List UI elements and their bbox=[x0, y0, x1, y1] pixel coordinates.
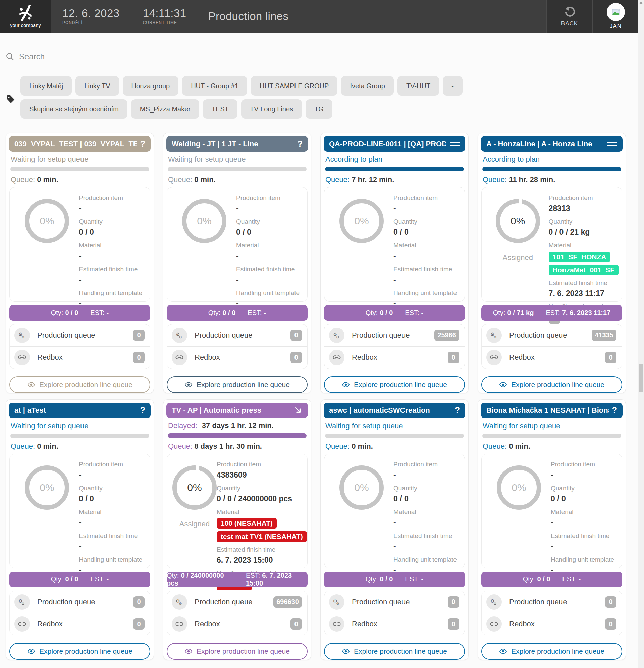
status-progress-bar bbox=[10, 167, 149, 172]
queue-row-redbox[interactable]: Redbox0 bbox=[324, 346, 465, 368]
queue-row-redbox[interactable]: Redbox0 bbox=[10, 346, 150, 368]
gears-icon: ⚙⚙ bbox=[332, 597, 341, 606]
queue-row-production-queue[interactable]: ⚙⚙Production queue25966 bbox=[324, 324, 465, 346]
queue-row-redbox[interactable]: Redbox0 bbox=[482, 346, 622, 368]
queue-row-production-queue[interactable]: ⚙⚙Production queue0 bbox=[10, 324, 150, 346]
queue-time-line: Queue:0 min. bbox=[168, 176, 306, 184]
count-badge: 25966 bbox=[434, 330, 459, 341]
queue-row-redbox[interactable]: Redbox0 bbox=[167, 346, 307, 368]
field-label: Handling unit template bbox=[79, 556, 147, 563]
help-icon[interactable]: ? bbox=[612, 406, 617, 415]
card-header[interactable]: Biona Míchačka 1 NESAHAT | Biona - Míc..… bbox=[481, 403, 623, 418]
explore-queue-button[interactable]: Explore production line queue bbox=[324, 643, 465, 659]
status-label: According to plan bbox=[483, 155, 540, 164]
queue-row-label: Redbox bbox=[195, 620, 283, 628]
fields-column: Production item4383609Quantity0 / 0 / 24… bbox=[217, 461, 307, 565]
card-header[interactable]: Welding - JT | 1 JT - Line? bbox=[166, 136, 308, 152]
tag-chip[interactable]: TEST bbox=[203, 99, 238, 119]
gears-icon: ⚙⚙ bbox=[490, 597, 498, 606]
est-summary: EST:- bbox=[248, 309, 266, 317]
card-header[interactable]: TV - AP | Automatic press bbox=[166, 403, 308, 418]
queue-row-production-queue[interactable]: ⚙⚙Production queue0 bbox=[482, 591, 622, 613]
fields-column: Production item28313Quantity0 / 0 / 21 k… bbox=[549, 194, 618, 298]
queue-label: Queue: bbox=[325, 442, 349, 450]
eye-icon bbox=[499, 647, 507, 655]
help-icon[interactable]: ? bbox=[140, 406, 145, 415]
tag-chip[interactable]: Honza group bbox=[123, 76, 179, 95]
queue-row-production-queue[interactable]: ⚙⚙Production queue0 bbox=[10, 591, 150, 613]
qty-summary-bar: Qty:0 / 0EST:- bbox=[481, 572, 622, 587]
queue-label: Queue: bbox=[483, 176, 507, 184]
qty-summary-bar: Qty:0 / 0EST:- bbox=[167, 305, 308, 321]
redbox-icon-circle bbox=[14, 350, 30, 365]
card-header[interactable]: at | aTest? bbox=[9, 403, 151, 418]
production-line-card: QA-PROD-LINE-0011 | [QA] PROD. LINE ...A… bbox=[320, 133, 468, 393]
tag-chip[interactable]: Linky TV bbox=[75, 76, 119, 95]
queue-label: Queue: bbox=[168, 442, 192, 450]
card-header[interactable]: QA-PROD-LINE-0011 | [QA] PROD. LINE ... bbox=[324, 136, 465, 152]
help-icon[interactable]: ? bbox=[298, 139, 302, 149]
queue-time-line: Queue:8 days 1 hr. 30 min. bbox=[168, 442, 306, 451]
app-header: your company 12. 6. 2023 PONDĚLÍ 14:11:3… bbox=[0, 0, 644, 32]
explore-queue-button[interactable]: Explore production line queue bbox=[481, 643, 622, 659]
vertical-scrollbar[interactable] bbox=[638, 0, 644, 668]
tag-chip[interactable]: HUT SAMPLE GROUP bbox=[251, 76, 338, 95]
card-header[interactable]: A - HonzaLine | A - Honza Line bbox=[481, 136, 623, 152]
explore-queue-button[interactable]: Explore production line queue bbox=[481, 376, 622, 393]
explore-queue-button[interactable]: Explore production line queue bbox=[167, 376, 308, 393]
field-estimated-finish: Estimated finish time7. 6. 2023 11:17 bbox=[549, 279, 618, 303]
field-production-item: Production item- bbox=[393, 194, 461, 218]
tag-chip[interactable]: TV-HUT bbox=[398, 76, 439, 95]
menu-icon[interactable] bbox=[450, 141, 460, 146]
back-button[interactable]: BACK bbox=[546, 0, 592, 32]
tag-chip[interactable]: HUT - Group #1 bbox=[182, 76, 247, 95]
count-badge: 41335 bbox=[592, 330, 616, 341]
tag-chip[interactable]: MS_Pizza Maker bbox=[131, 99, 199, 119]
explore-queue-button[interactable]: Explore production line queue bbox=[10, 376, 150, 393]
queue-row-redbox[interactable]: Redbox0 bbox=[324, 613, 465, 635]
explore-queue-button[interactable]: Explore production line queue bbox=[10, 643, 150, 659]
qty-summary-value: 0 / 0 bbox=[537, 575, 550, 583]
tag-chip[interactable]: TG bbox=[305, 99, 332, 119]
field-value: - bbox=[393, 470, 461, 480]
queue-row-redbox[interactable]: Redbox0 bbox=[482, 613, 622, 635]
queue-row-production-queue[interactable]: ⚙⚙Production queue0 bbox=[167, 324, 307, 346]
scrollbar-up-arrow[interactable] bbox=[639, 1, 643, 4]
count-badge: 0 bbox=[133, 596, 145, 608]
count-badge: 0 bbox=[605, 352, 616, 363]
queue-row-redbox[interactable]: Redbox0 bbox=[10, 613, 150, 635]
card-header[interactable]: 039_VYPAL_TEST | 039_VYPAL_TEST? bbox=[9, 136, 151, 152]
tag-chip[interactable]: Iveta Group bbox=[341, 76, 394, 95]
tag-chip[interactable]: - bbox=[443, 76, 463, 95]
scrollbar-thumb[interactable] bbox=[639, 364, 643, 392]
help-icon[interactable]: ? bbox=[140, 139, 145, 149]
queue-row-production-queue[interactable]: ⚙⚙Production queue41335 bbox=[482, 324, 622, 346]
production-queue-icon-circle: ⚙⚙ bbox=[329, 594, 344, 610]
queue-row-label: Production queue bbox=[37, 331, 126, 340]
explore-queue-button[interactable]: Explore production line queue bbox=[167, 643, 308, 659]
queue-rows-panel: ⚙⚙Production queue0Redbox0 bbox=[10, 591, 150, 636]
search-input[interactable] bbox=[19, 52, 147, 61]
menu-icon[interactable] bbox=[607, 141, 617, 146]
queue-row-production-queue[interactable]: ⚙⚙Production queue696630 bbox=[167, 591, 307, 613]
company-logo: your company bbox=[0, 0, 51, 32]
field-quantity: Quantity0 / 0 bbox=[79, 485, 147, 508]
card-title: at | aTest bbox=[14, 406, 137, 415]
tag-chip[interactable]: Skupina se stejným oceněním bbox=[20, 99, 128, 119]
tag-chip[interactable]: TV Long Lines bbox=[241, 99, 302, 119]
queue-row-production-queue[interactable]: ⚙⚙Production queue0 bbox=[324, 591, 465, 613]
queue-row-label: Redbox bbox=[509, 620, 598, 628]
time-block: 14:11:31 CURRENT TIME bbox=[132, 0, 198, 32]
production-queue-icon-circle: ⚙⚙ bbox=[329, 328, 344, 343]
status-line: Waiting for setup queue bbox=[483, 422, 621, 430]
help-icon[interactable]: ? bbox=[455, 406, 460, 415]
count-badge: 0 bbox=[605, 596, 616, 608]
queue-row-redbox[interactable]: Redbox0 bbox=[167, 613, 307, 635]
explore-queue-button[interactable]: Explore production line queue bbox=[324, 376, 465, 393]
field-value: - bbox=[393, 275, 461, 284]
queue-row-label: Production queue bbox=[37, 597, 126, 606]
card-header[interactable]: aswc | automaticSWCreation? bbox=[324, 403, 465, 418]
user-menu[interactable]: JAN bbox=[592, 0, 638, 32]
count-badge: 0 bbox=[290, 330, 302, 341]
tag-chip[interactable]: Linky Matěj bbox=[20, 76, 72, 95]
